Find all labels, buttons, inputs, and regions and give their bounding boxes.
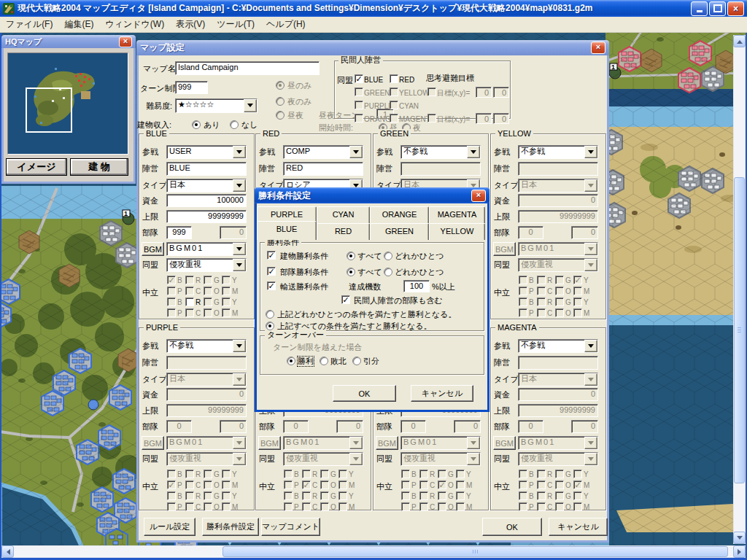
win-any-radio[interactable]	[266, 310, 274, 319]
tab-blue[interactable]: BLUE	[257, 221, 317, 240]
maximize-icon	[713, 4, 722, 12]
menu-tools[interactable]: ツール(T)	[211, 18, 260, 31]
turnover-draw-label: 引分	[363, 357, 379, 366]
tab-red[interactable]: RED	[317, 223, 370, 240]
titlebar: 現代大戦略2004 マップエディタ [Island Campaign] - C:…	[0, 0, 747, 17]
window-border-left	[0, 31, 1, 560]
turnover-group	[260, 335, 484, 375]
horizontal-scroll-thumb[interactable]	[222, 546, 728, 557]
victory-cancel-button[interactable]: キャンセル	[411, 385, 473, 402]
tab-yellow[interactable]: YELLOW	[429, 223, 485, 240]
building-any-radio[interactable]	[384, 252, 392, 260]
unit-all-radio[interactable]	[347, 268, 355, 276]
transport-condition-label: 輸送勝利条件	[280, 282, 328, 292]
tab-green[interactable]: GREEN	[370, 223, 429, 240]
turnover-win-label: 勝利	[298, 357, 314, 366]
scroll-down-button[interactable]	[733, 532, 746, 544]
minimize-icon	[697, 10, 703, 12]
include-civilian-checkbox[interactable]: ✓	[341, 295, 350, 304]
menu-window[interactable]: ウィンドウ(W)	[99, 18, 170, 31]
transport-count-input[interactable]: 100	[403, 280, 430, 292]
transport-suffix-label: %以上	[432, 282, 455, 292]
turnover-lose-radio[interactable]	[320, 357, 328, 365]
unit-condition-checkbox[interactable]: ✓	[267, 267, 276, 276]
turnover-win-radio[interactable]	[287, 357, 295, 365]
menu-help[interactable]: ヘルプ(H)	[260, 18, 311, 31]
building-all-radio[interactable]	[347, 252, 355, 260]
turnover-lose-label: 敗北	[330, 357, 347, 366]
win-any-label: 上記どれかひとつの条件を満たすと勝利となる。	[277, 310, 457, 319]
vertical-scroll-thumb[interactable]	[734, 177, 745, 483]
building-any-label: どれかひとつ	[395, 252, 444, 261]
minimize-button[interactable]	[691, 1, 708, 16]
tab-cyan[interactable]: CYAN	[317, 206, 370, 223]
window-title: 現代大戦略2004 マップエディタ [Island Campaign] - C:…	[18, 2, 689, 15]
win-all-radio[interactable]	[266, 322, 274, 330]
menu-edit[interactable]: 編集(E)	[58, 18, 99, 31]
unit-any-label: どれかひとつ	[395, 268, 444, 277]
turnover-caption: ターン制限を越えた場合	[273, 343, 362, 352]
menubar: ファイル(F) 編集(E) ウィンドウ(W) 表示(V) ツール(T) ヘルプ(…	[0, 17, 747, 33]
menu-view[interactable]: 表示(V)	[170, 18, 211, 31]
transport-count-value: 100	[410, 281, 423, 290]
tab-orange[interactable]: ORANGE	[370, 206, 429, 223]
close-button[interactable]: ×	[727, 1, 744, 16]
building-all-label: すべて	[357, 252, 382, 261]
victory-ok-button[interactable]: OK	[333, 385, 396, 402]
include-civilian-label: 民間人陣営の部隊も含む	[354, 296, 443, 306]
scroll-up-button[interactable]	[733, 35, 746, 47]
maximize-button[interactable]	[709, 1, 726, 16]
unit-any-radio[interactable]	[384, 268, 392, 276]
menu-file[interactable]: ファイル(F)	[0, 18, 58, 31]
transport-condition-checkbox[interactable]: ✓	[267, 281, 276, 290]
chevron-left-icon	[4, 549, 10, 555]
tab-magenta[interactable]: MAGENTA	[429, 206, 485, 223]
chevron-down-icon	[737, 536, 743, 542]
building-condition-checkbox[interactable]: ✓	[267, 251, 276, 260]
app-icon	[3, 3, 15, 15]
building-condition-label: 建物勝利条件	[280, 252, 328, 261]
app-window: 1 1	[0, 0, 747, 560]
unit-condition-label: 部隊勝利条件	[280, 268, 328, 277]
chevron-up-icon	[737, 37, 743, 44]
turnover-legend: ターンオーバー	[265, 330, 326, 340]
turnover-draw-radio[interactable]	[352, 357, 361, 365]
transport-count-label: 達成機数	[349, 282, 381, 292]
unit-all-label: すべて	[357, 268, 382, 277]
scroll-left-button[interactable]	[1, 545, 14, 558]
chevron-right-icon	[738, 549, 744, 555]
scroll-right-button[interactable]	[733, 545, 746, 558]
